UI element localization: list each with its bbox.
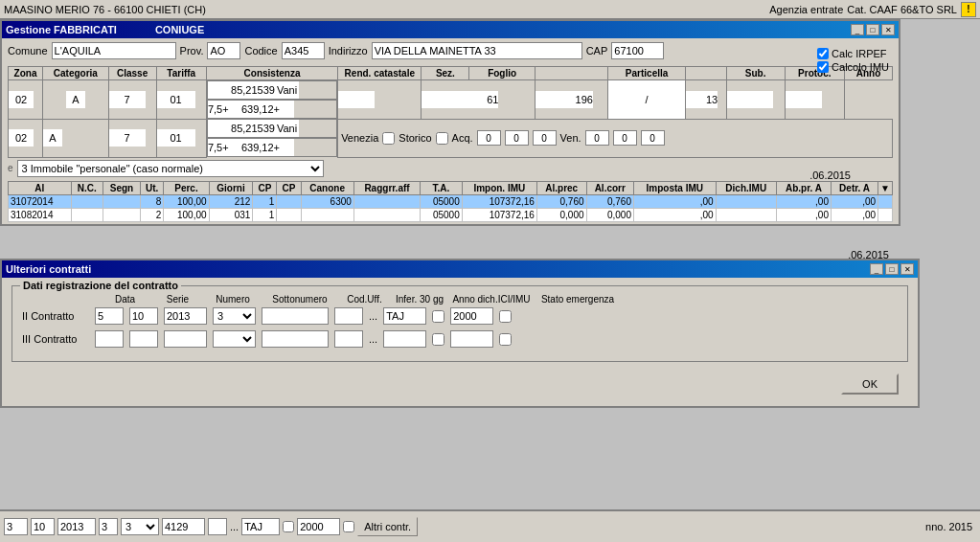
ii-infer30-check[interactable] bbox=[432, 310, 444, 323]
storico-check[interactable] bbox=[436, 132, 448, 145]
ii-sottonumero-input[interactable] bbox=[334, 307, 363, 325]
tariffa-2[interactable] bbox=[157, 129, 195, 147]
close-button[interactable]: ✕ bbox=[881, 24, 895, 35]
toolbar-statoemerg-check[interactable] bbox=[343, 521, 354, 532]
maximize-button[interactable]: □ bbox=[866, 24, 879, 35]
sez-1[interactable] bbox=[338, 91, 375, 108]
immobile-select[interactable]: 3 Immobile "personale" (caso normale) bbox=[17, 160, 324, 177]
td-ta-1: 05000 bbox=[421, 194, 463, 208]
iii-day-input[interactable] bbox=[95, 330, 124, 348]
ii-numero-input[interactable] bbox=[262, 307, 329, 325]
iii-year-input[interactable] bbox=[164, 330, 207, 348]
iii-statoemerg-check[interactable] bbox=[499, 333, 512, 346]
ulteriori-contratti-dialog: Ulteriori contratti _ □ ✕ Dati registraz… bbox=[0, 259, 920, 408]
dialog-titlebar: Ulteriori contratti _ □ ✕ bbox=[2, 260, 918, 278]
th-al: Al bbox=[9, 181, 72, 194]
toolbar-val6[interactable] bbox=[208, 518, 227, 535]
comune-label: Comune bbox=[8, 45, 48, 56]
th-scroll: ▼ bbox=[878, 181, 893, 194]
iii-serie-select[interactable] bbox=[213, 330, 256, 348]
toolbar-val3[interactable] bbox=[57, 518, 96, 535]
classe-2[interactable] bbox=[109, 129, 146, 147]
iii-infer30-check[interactable] bbox=[432, 333, 444, 346]
calcolo-imu-checkbox[interactable] bbox=[817, 61, 829, 73]
anno-1[interactable] bbox=[786, 91, 822, 108]
zona-2[interactable] bbox=[9, 129, 34, 147]
calc-irpef-checkbox[interactable] bbox=[817, 48, 829, 59]
ii-coduff-input[interactable] bbox=[383, 307, 426, 325]
col-zona: Zona bbox=[9, 67, 43, 80]
acq-val1[interactable] bbox=[477, 130, 501, 146]
cat-2[interactable] bbox=[43, 129, 62, 147]
ven-val1[interactable] bbox=[585, 130, 609, 146]
iii-sottonumero-input[interactable] bbox=[334, 330, 363, 348]
zona-1[interactable] bbox=[9, 91, 34, 108]
toolbar-coduff[interactable] bbox=[241, 518, 280, 535]
calcolo-imu-label: Calcolo IMU bbox=[832, 61, 889, 73]
cat-1[interactable] bbox=[66, 91, 85, 108]
cap-label: CAP bbox=[586, 45, 608, 56]
toolbar-infer-check[interactable] bbox=[283, 521, 294, 532]
acq-val2[interactable] bbox=[505, 130, 529, 146]
ii-year-input[interactable] bbox=[164, 307, 207, 325]
th-giorni: Giorni bbox=[209, 181, 253, 194]
tariffa-1[interactable] bbox=[157, 91, 195, 108]
td-canone-2 bbox=[301, 208, 353, 221]
acq-val3[interactable] bbox=[533, 130, 557, 146]
th-nc: N.C. bbox=[71, 181, 103, 194]
protoc-1[interactable] bbox=[727, 91, 773, 108]
toolbar-serie-select[interactable]: 3 bbox=[121, 518, 159, 535]
ok-button[interactable]: OK bbox=[841, 373, 899, 395]
particella-1[interactable] bbox=[536, 91, 593, 108]
indirizzo-input[interactable] bbox=[372, 42, 582, 59]
iii-annodich-input[interactable] bbox=[450, 330, 493, 348]
dialog-maximize-button[interactable]: □ bbox=[885, 263, 899, 275]
checkbox-area: Calc IRPEF Calcolo IMU bbox=[817, 48, 889, 75]
rend2-2[interactable] bbox=[241, 139, 294, 156]
ii-day-input[interactable] bbox=[95, 307, 124, 325]
iii-month-input[interactable] bbox=[129, 330, 158, 348]
td-segn-1 bbox=[103, 194, 140, 208]
zone-row-2: Vani Venezia Storico Acq. bbox=[9, 119, 893, 157]
toolbar-val2[interactable] bbox=[31, 518, 55, 535]
comune-input[interactable] bbox=[52, 42, 176, 59]
ii-statoemerg-check[interactable] bbox=[499, 310, 512, 323]
iii-numero-input[interactable] bbox=[262, 330, 329, 348]
td-detr-1: ,00 bbox=[832, 194, 878, 208]
toolbar-val5[interactable] bbox=[162, 518, 205, 535]
ii-serie-select[interactable]: 3 bbox=[213, 307, 256, 325]
ven-val2[interactable] bbox=[613, 130, 637, 146]
td-cp1-1: 1 bbox=[253, 194, 277, 208]
rend1-2[interactable] bbox=[208, 139, 241, 156]
rend1-1[interactable] bbox=[208, 101, 241, 118]
ii-contratto-row: II Contratto 3 ... bbox=[22, 307, 898, 325]
cap-input[interactable] bbox=[611, 42, 664, 59]
ii-annodich-input[interactable] bbox=[450, 307, 493, 325]
rend2-1[interactable] bbox=[241, 101, 294, 118]
codice-input[interactable] bbox=[282, 42, 325, 59]
minimize-button[interactable]: _ bbox=[851, 24, 864, 35]
foglio-1[interactable] bbox=[422, 91, 498, 108]
sub-1[interactable] bbox=[686, 91, 718, 108]
iii-coduff-input[interactable] bbox=[383, 330, 426, 348]
toolbar-val1[interactable] bbox=[4, 518, 28, 535]
toolbar-annodich[interactable] bbox=[297, 518, 340, 535]
consist-2[interactable] bbox=[208, 120, 275, 137]
col-particella: Particella bbox=[608, 67, 686, 80]
agency2-label: Cat. CAAF 66&TO SRL bbox=[847, 4, 957, 15]
toolbar-val4[interactable] bbox=[99, 518, 118, 535]
td-impon-1: 107372,16 bbox=[462, 194, 536, 208]
venezia-check[interactable] bbox=[382, 132, 395, 145]
td-cp2-1 bbox=[277, 194, 301, 208]
ii-month-input[interactable] bbox=[129, 307, 158, 325]
th-cp1: CP bbox=[253, 181, 277, 194]
ven-val3[interactable] bbox=[641, 130, 665, 146]
col-foglio: Foglio bbox=[469, 67, 536, 80]
dialog-close-button[interactable]: ✕ bbox=[900, 263, 914, 275]
consist-1[interactable] bbox=[208, 81, 275, 99]
classe-1[interactable] bbox=[109, 91, 146, 108]
altri-contr-button[interactable]: Altri contr. bbox=[357, 517, 418, 536]
th-ut: Ut. bbox=[141, 181, 164, 194]
dialog-minimize-button[interactable]: _ bbox=[870, 263, 883, 275]
prov-input[interactable] bbox=[207, 42, 240, 59]
